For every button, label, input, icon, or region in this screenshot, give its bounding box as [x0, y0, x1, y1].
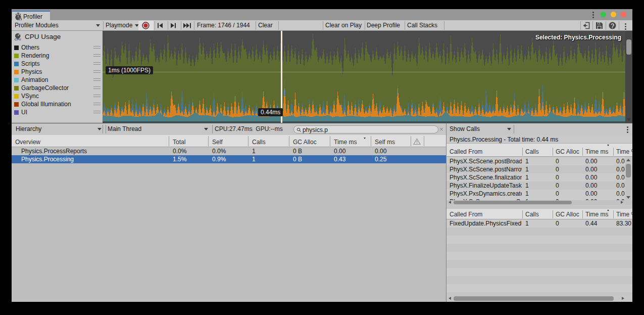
svg-text:CPU: CPU	[15, 38, 21, 41]
